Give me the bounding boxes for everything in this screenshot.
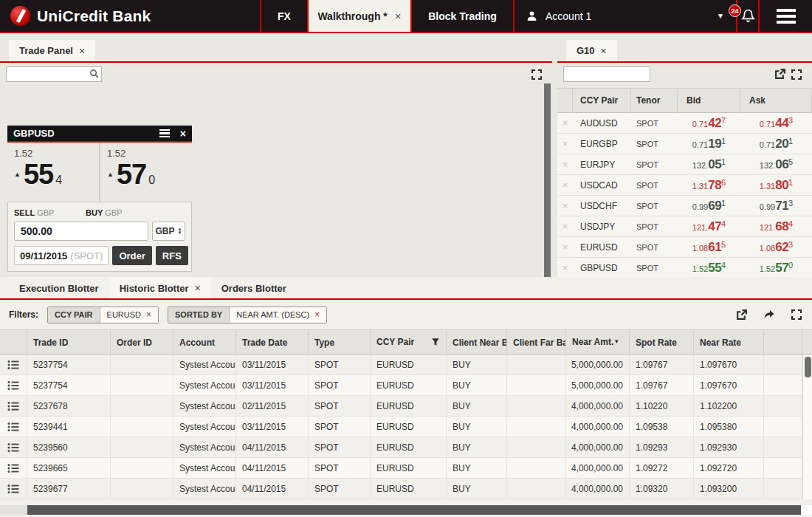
trade-row[interactable]: 5237754 Systest Account 03/11/2015 SPOT … [0,375,812,396]
tab-trade-panel[interactable]: Trade Panel × [9,40,95,61]
row-menu-icon[interactable] [0,479,27,499]
close-icon[interactable]: × [395,10,402,22]
value-date-field[interactable]: 09/11/2015 (SPOT) [14,246,109,265]
trade-row[interactable]: 5239665 Systest Account 04/11/2015 SPOT … [0,458,812,479]
column-header-order-id[interactable]: Order ID [111,330,173,354]
remove-filter-icon[interactable]: × [314,309,320,320]
buy-price-tile[interactable]: 1.52 ▲ 57 0 [100,143,192,202]
trade-row[interactable]: 5239677 Systest Account 04/11/2015 SPOT … [0,479,812,499]
tab-g10[interactable]: G10 × [566,40,617,61]
row-menu-icon[interactable] [0,437,27,457]
ask-price[interactable]: 1.52570 [740,261,812,275]
remove-quote-icon[interactable]: × [557,179,573,191]
ask-price[interactable]: 0.71443 [740,116,812,131]
column-header-client-far-base[interactable]: Client Far Base [507,330,566,354]
column-header-near-amt[interactable]: Near Amt. ▼ [566,330,630,354]
bid-price[interactable]: 0.71191 [678,137,740,151]
quote-row[interactable]: × USDJPY SPOT 121.474 121.684 [557,216,812,237]
share-button[interactable] [763,309,775,321]
remove-quote-icon[interactable]: × [557,117,573,129]
row-menu-icon[interactable] [0,417,27,436]
search-input[interactable] [6,66,102,82]
quote-row[interactable]: × GBPUSD SPOT 1.52554 1.52570 [557,258,812,277]
vertical-scrollbar[interactable] [802,355,812,499]
quote-row[interactable]: × USDCAD SPOT 1.31786 1.31801 [557,175,812,196]
amount-input[interactable] [14,222,148,241]
remove-quote-icon[interactable]: × [557,138,573,149]
ask-price[interactable]: 121.684 [740,219,812,234]
quote-row[interactable]: × USDCHF SPOT 0.99691 0.99713 [557,196,812,216]
trade-row[interactable]: 5237678 Systest Account 02/11/2015 SPOT … [0,396,812,417]
row-menu-icon[interactable] [0,355,27,374]
filter-chip-sorted-by[interactable]: SORTED BY NEAR AMT. (DESC) × [168,307,327,323]
column-header-ask[interactable]: Ask [740,88,812,113]
ticket-menu-icon[interactable] [159,129,170,138]
column-header-trade-id[interactable]: Trade ID [27,330,111,354]
scrollbar-thumb[interactable] [805,357,811,377]
close-icon[interactable]: × [79,45,85,57]
close-icon[interactable]: × [195,282,201,294]
row-menu-icon[interactable] [0,458,27,478]
quote-row[interactable]: × EURGBP SPOT 0.71191 0.71201 [557,134,812,154]
ask-price[interactable]: 132.065 [740,157,812,172]
column-header-bid[interactable]: Bid [678,88,740,113]
notifications-button[interactable]: 24 [736,0,758,32]
column-header-spot-rate[interactable]: Spot Rate [630,330,694,354]
currency-select[interactable]: GBP ▲▼ [152,222,185,241]
sell-price-tile[interactable]: 1.52 ▲ 55 4 [7,143,99,202]
column-header-near-rate[interactable]: Near Rate [694,330,764,354]
close-icon[interactable]: × [601,45,607,57]
ask-price[interactable]: 0.71201 [740,137,812,151]
maximize-button[interactable] [791,309,802,320]
maximize-button[interactable] [531,69,542,80]
remove-quote-icon[interactable]: × [557,221,573,232]
quote-row[interactable]: × AUDUSD SPOT 0.71427 0.71443 [557,113,812,134]
column-header-type[interactable]: Type [309,330,371,354]
remove-quote-icon[interactable]: × [557,262,573,273]
filter-funnel-icon[interactable] [431,338,440,346]
maximize-button[interactable] [791,69,802,80]
search-input[interactable] [563,66,650,82]
tab-orders-blotter[interactable]: Orders Blotter [211,278,297,298]
ask-price[interactable]: 0.99713 [740,199,812,213]
horizontal-scrollbar[interactable] [0,505,812,515]
remove-quote-icon[interactable]: × [557,159,573,170]
quote-row[interactable]: × EURJPY SPOT 132.051 132.065 [557,154,812,175]
bid-price[interactable]: 0.71427 [678,116,740,131]
nav-tab-block-trading[interactable]: Block Trading [410,0,513,32]
nav-tab-fx[interactable]: FX [260,0,307,32]
row-menu-icon[interactable] [0,396,27,416]
remove-filter-icon[interactable]: × [146,309,151,320]
popout-button[interactable] [774,69,785,80]
account-selector[interactable]: Account 1 ▼ [513,0,736,32]
trade-row[interactable]: 5239441 Systest Account 03/11/2015 SPOT … [0,417,812,437]
column-header-trade-date[interactable]: Trade Date [236,330,309,354]
trade-row[interactable]: 5237754 Systest Account 03/11/2015 SPOT … [0,355,812,375]
nav-tab-walkthrough[interactable]: Walkthrough * × [307,0,410,32]
ask-price[interactable]: 1.08623 [740,240,812,255]
column-header-ccy-pair[interactable]: CCY Pair [371,330,447,354]
close-icon[interactable]: × [180,128,186,140]
bid-price[interactable]: 132.051 [678,157,740,172]
menu-button[interactable] [758,0,812,32]
ask-price[interactable]: 1.31801 [740,178,812,193]
remove-quote-icon[interactable]: × [557,242,573,253]
filter-chip-ccy-pair[interactable]: CCY PAIR EURUSD × [47,307,159,323]
column-header-account[interactable]: Account [173,330,236,354]
order-button[interactable]: Order [112,246,151,265]
bid-price[interactable]: 1.08615 [678,240,740,255]
bid-price[interactable]: 1.52554 [678,261,740,275]
column-header-client-near-base[interactable]: Client Near Bas [447,330,507,354]
quote-row[interactable]: × EURUSD SPOT 1.08615 1.08623 [557,237,812,258]
column-header-ccy-pair[interactable]: CCY Pair [573,88,631,113]
popout-button[interactable] [736,309,747,321]
tab-historic-blotter[interactable]: Historic Blotter × [109,278,211,298]
scrollbar[interactable] [544,83,551,277]
trade-row[interactable]: 5239560 Systest Account 04/11/2015 SPOT … [0,437,812,458]
rfs-button[interactable]: RFS [156,246,188,265]
bid-price[interactable]: 121.474 [678,219,740,234]
remove-quote-icon[interactable]: × [557,200,573,211]
scrollbar-thumb[interactable] [27,505,801,515]
row-menu-icon[interactable] [0,375,27,395]
column-header-tenor[interactable]: Tenor [631,88,678,113]
